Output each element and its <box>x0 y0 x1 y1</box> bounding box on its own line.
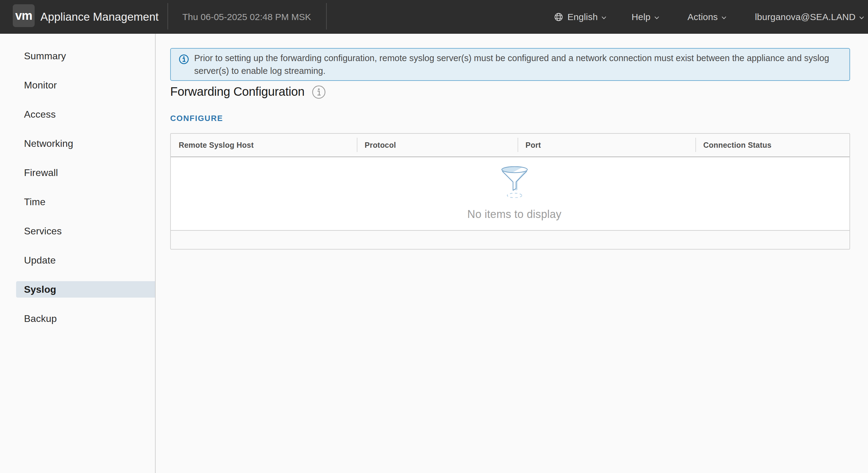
datagrid-header-row: Remote Syslog HostProtocolPortConnection… <box>171 134 849 156</box>
sidebar-item-access[interactable]: Access <box>16 106 155 122</box>
sidebar-item-label: Services <box>24 226 62 237</box>
sidebar-item-firewall[interactable]: Firewall <box>16 165 155 181</box>
sidebar-item-monitor[interactable]: Monitor <box>16 77 155 93</box>
system-datetime: Thu 06-05-2025 02:48 PM MSK <box>182 0 311 34</box>
topbar-divider <box>326 3 327 29</box>
sidebar-item-label: Monitor <box>24 80 57 91</box>
sidebar-item-label: Firewall <box>24 167 58 178</box>
sidebar-item-label: Backup <box>24 313 57 324</box>
main-content: Prior to setting up the forwarding confi… <box>156 34 868 473</box>
sidebar-item-label: Summary <box>24 51 66 62</box>
column-header-remote-syslog-host[interactable]: Remote Syslog Host <box>171 134 357 156</box>
sidebar-item-label: Networking <box>24 138 73 149</box>
sidebar-item-services[interactable]: Services <box>16 223 155 239</box>
datagrid-footer <box>171 230 849 249</box>
chevron-down-icon <box>654 16 659 20</box>
syslog-datagrid: Remote Syslog HostProtocolPortConnection… <box>170 133 850 249</box>
sidebar-item-label: Syslog <box>24 284 56 295</box>
column-header-protocol[interactable]: Protocol <box>357 134 518 156</box>
help-menu-label: Help <box>631 12 651 22</box>
topbar-divider <box>167 3 168 29</box>
info-alert-message: Prior to setting up the forwarding confi… <box>194 52 848 77</box>
sidebar-nav: SummaryMonitorAccessNetworkingFirewallTi… <box>0 34 156 473</box>
column-header-label: Protocol <box>365 141 396 150</box>
page-title-text: Forwarding Configuration <box>170 83 305 100</box>
app-title: Appliance Management <box>40 0 159 34</box>
sidebar-item-networking[interactable]: Networking <box>16 135 155 152</box>
globe-icon <box>554 12 563 22</box>
filter-empty-icon <box>501 166 529 198</box>
vmware-logo-text: vm <box>15 9 32 23</box>
chevron-down-icon <box>601 16 606 20</box>
sidebar-item-label: Access <box>24 109 56 120</box>
sidebar-item-summary[interactable]: Summary <box>16 48 155 64</box>
language-menu[interactable]: English <box>554 0 606 34</box>
sidebar-item-backup[interactable]: Backup <box>16 311 155 327</box>
sidebar-item-time[interactable]: Time <box>16 194 155 210</box>
actions-menu-label: Actions <box>687 12 718 22</box>
column-header-label: Port <box>525 141 541 150</box>
actions-menu[interactable]: Actions <box>687 0 726 34</box>
top-header-bar: vm Appliance Management Thu 06-05-2025 0… <box>0 0 868 34</box>
configure-button[interactable]: CONFIGURE <box>170 114 223 123</box>
column-header-connection-status[interactable]: Connection Status <box>695 134 849 156</box>
user-menu-label: lburganova@SEA.LAND <box>755 12 856 22</box>
user-menu[interactable]: lburganova@SEA.LAND <box>755 0 864 34</box>
page-title: Forwarding Configuration <box>170 83 850 100</box>
info-circle-icon <box>179 54 189 64</box>
vmware-logo: vm <box>13 4 35 27</box>
sidebar-item-label: Time <box>24 196 45 208</box>
chevron-down-icon <box>721 16 726 20</box>
info-tooltip-icon[interactable] <box>312 85 326 99</box>
sidebar-item-syslog[interactable]: Syslog <box>16 281 155 298</box>
sidebar-item-label: Update <box>24 255 56 266</box>
language-menu-label: English <box>567 12 598 22</box>
sidebar-item-update[interactable]: Update <box>16 252 155 268</box>
column-header-label: Connection Status <box>703 141 771 150</box>
empty-state-message: No items to display <box>467 208 562 221</box>
column-header-port[interactable]: Port <box>518 134 695 156</box>
column-header-label: Remote Syslog Host <box>179 141 254 150</box>
help-menu[interactable]: Help <box>631 0 659 34</box>
info-alert: Prior to setting up the forwarding confi… <box>170 48 850 81</box>
chevron-down-icon <box>859 16 864 20</box>
datagrid-empty-body: No items to display <box>171 156 849 230</box>
